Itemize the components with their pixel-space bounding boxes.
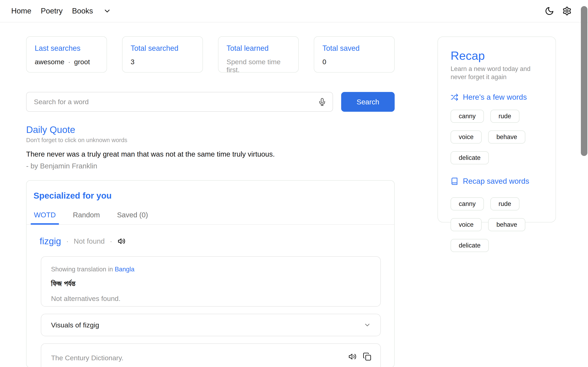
- last-search-word[interactable]: groot: [74, 58, 90, 66]
- stat-card-value: 3: [131, 58, 196, 66]
- daily-quote-section: Daily Quote Don't forget to click on unk…: [26, 125, 395, 170]
- nav-item-poetry[interactable]: Poetry: [41, 7, 63, 15]
- word-status: Not found: [74, 237, 105, 245]
- nav-item-books[interactable]: Books: [72, 7, 93, 15]
- recap-saved-word-chips: cannyrudevoicebehavedelicate: [450, 197, 546, 252]
- stat-card-total-saved: Total saved 0: [314, 36, 395, 73]
- copy-icon: [363, 352, 371, 361]
- dot-separator: ·: [110, 238, 112, 245]
- visuals-accordion[interactable]: Visuals of fizgig: [41, 314, 381, 336]
- main-nav: Home Poetry Books: [11, 7, 111, 15]
- top-nav: Home Poetry Books: [0, 0, 588, 22]
- stats-row: Last searches awesome · groot Total sear…: [26, 36, 395, 73]
- search-box: [26, 92, 333, 112]
- daily-quote-text[interactable]: There never was a truly great man that w…: [26, 150, 395, 158]
- stat-card-title: Total searched: [131, 44, 196, 53]
- voice-search-button[interactable]: [318, 98, 327, 106]
- moon-icon: [545, 6, 554, 16]
- daily-quote-subtitle: Don't forget to click on unknown words: [26, 137, 395, 143]
- dictionary-source-box: The Century Dictionary.: [41, 343, 381, 367]
- speaker-icon: [117, 237, 126, 245]
- microphone-icon: [318, 98, 327, 106]
- recap-title: Recap: [450, 49, 545, 62]
- recap-word-chip[interactable]: behave: [488, 131, 525, 143]
- dictionary-source-label: The Century Dictionary.: [51, 354, 123, 362]
- chevron-down-icon: [364, 321, 371, 329]
- recap-word-chip[interactable]: voice: [450, 218, 482, 231]
- recap-saved-words-link[interactable]: Recap saved words: [450, 177, 545, 185]
- read-aloud-button[interactable]: [348, 352, 357, 361]
- recap-word-chip[interactable]: rude: [490, 197, 519, 210]
- few-words-link[interactable]: Here's a few words: [450, 93, 545, 101]
- recap-word-chip[interactable]: rude: [490, 110, 519, 123]
- word-header-row: fizgig · Not found ·: [26, 236, 394, 247]
- daily-quote-title: Daily Quote: [26, 125, 395, 135]
- recap-word-chip[interactable]: behave: [488, 218, 525, 231]
- nav-item-home[interactable]: Home: [11, 7, 31, 15]
- search-button[interactable]: Search: [341, 92, 395, 112]
- recap-saved-words-label: Recap saved words: [463, 177, 529, 185]
- stat-card-value: 0: [322, 58, 388, 66]
- pronounce-word-button[interactable]: [117, 237, 126, 245]
- search-input[interactable]: [34, 98, 318, 106]
- stat-card-total-searched: Total searched 3: [122, 36, 203, 73]
- book-icon: [450, 177, 458, 185]
- speaker-icon: [348, 352, 357, 361]
- recap-card: Recap Learn a new word today and never f…: [438, 36, 556, 222]
- scrollbar[interactable]: [581, 6, 587, 156]
- recap-subtitle: Learn a new word today and never forget …: [450, 65, 540, 81]
- specialized-title: Specialized for you: [26, 191, 394, 201]
- specialized-tabs: WOTD Random Saved (0): [26, 211, 394, 225]
- translation-caption-text: Showing translation in: [51, 266, 115, 273]
- translation-caption: Showing translation in Bangla: [51, 266, 372, 273]
- recap-word-chips: cannyrudevoicebehavedelicate: [450, 110, 546, 164]
- copy-button[interactable]: [363, 352, 371, 361]
- stat-card-last-searches: Last searches awesome · groot: [26, 36, 107, 73]
- translation-alternatives: Not alternatives found.: [51, 295, 372, 303]
- stat-card-title: Last searches: [35, 44, 100, 53]
- dictionary-source-actions: [348, 352, 371, 361]
- specialized-card: Specialized for you WOTD Random Saved (0…: [26, 180, 395, 367]
- recap-word-chip[interactable]: voice: [450, 131, 482, 143]
- gear-icon: [562, 6, 572, 16]
- tab-wotd[interactable]: WOTD: [31, 211, 59, 224]
- stat-card-value: awesome · groot: [35, 58, 100, 66]
- tab-saved[interactable]: Saved (0): [114, 211, 151, 224]
- stat-card-title: Total saved: [322, 44, 388, 53]
- settings-button[interactable]: [562, 6, 572, 16]
- translation-box: Showing translation in Bangla ফিজ পর্যন্…: [41, 256, 381, 307]
- few-words-label: Here's a few words: [463, 93, 527, 101]
- daily-quote-attribution: - by Benjamin Franklin: [26, 162, 395, 170]
- search-row: Search: [26, 92, 395, 112]
- dark-mode-toggle-button[interactable]: [545, 6, 554, 16]
- shuffle-icon: [450, 93, 458, 101]
- dot-separator: ·: [66, 238, 68, 245]
- stat-card-total-learned: Total learned Spend some time first.: [218, 36, 299, 73]
- last-search-word[interactable]: awesome: [35, 58, 65, 66]
- recap-word-chip[interactable]: canny: [450, 110, 484, 123]
- recap-word-chip[interactable]: delicate: [450, 239, 489, 252]
- translated-word: ফিজ পর্যন্ত: [51, 279, 372, 288]
- tab-random[interactable]: Random: [70, 211, 103, 224]
- recap-word-chip[interactable]: canny: [450, 197, 484, 210]
- chevron-down-icon: [103, 7, 111, 15]
- main-content: Last searches awesome · groot Total sear…: [26, 36, 395, 367]
- word-title[interactable]: fizgig: [40, 236, 61, 247]
- stat-card-value: Spend some time first.: [227, 58, 292, 74]
- stat-card-title: Total learned: [227, 44, 292, 53]
- visuals-label: Visuals of fizgig: [51, 321, 99, 329]
- dot-separator: ·: [68, 58, 70, 66]
- recap-word-chip[interactable]: delicate: [450, 151, 489, 164]
- nav-actions: [545, 6, 578, 16]
- translation-language-link[interactable]: Bangla: [115, 266, 135, 273]
- nav-more-chevron-button[interactable]: [103, 7, 111, 15]
